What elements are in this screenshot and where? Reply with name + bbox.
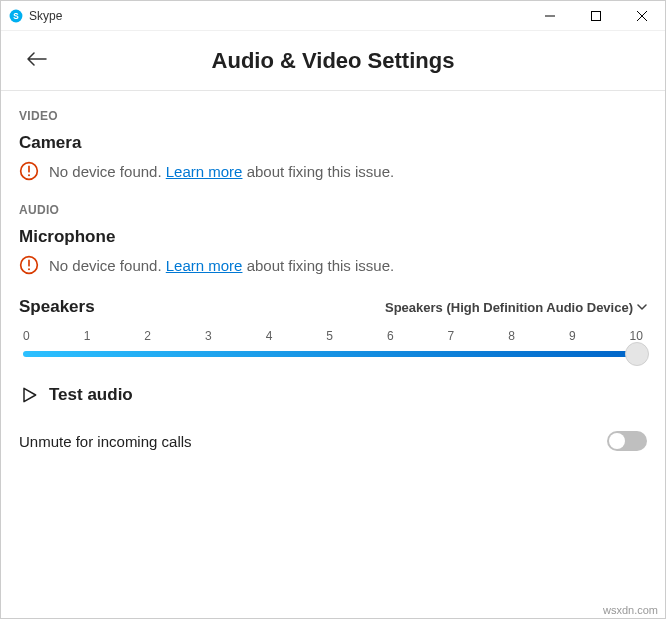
volume-ticks: 012345678910	[23, 329, 643, 343]
test-audio-button[interactable]: Test audio	[19, 385, 647, 405]
play-icon	[19, 385, 39, 405]
error-icon	[19, 161, 39, 181]
toggle-knob	[609, 433, 625, 449]
volume-slider-thumb[interactable]	[625, 342, 649, 366]
error-pre: No device found.	[49, 257, 166, 274]
speakers-label: Speakers	[19, 297, 95, 317]
volume-tick: 0	[23, 329, 30, 343]
error-post: about fixing this issue.	[242, 163, 394, 180]
volume-tick: 3	[205, 329, 212, 343]
chevron-down-icon	[637, 302, 647, 312]
volume-tick: 8	[508, 329, 515, 343]
error-pre: No device found.	[49, 163, 166, 180]
camera-heading: Camera	[19, 133, 647, 153]
volume-tick: 9	[569, 329, 576, 343]
volume-tick: 1	[84, 329, 91, 343]
microphone-heading: Microphone	[19, 227, 647, 247]
volume-slider[interactable]	[23, 351, 643, 357]
minimize-button[interactable]	[527, 1, 573, 31]
video-section-label: VIDEO	[19, 109, 647, 123]
volume-tick: 10	[630, 329, 643, 343]
window-titlebar: S Skype	[1, 1, 665, 31]
close-button[interactable]	[619, 1, 665, 31]
volume-slider-wrap: 012345678910	[19, 329, 647, 357]
speakers-selected: Speakers (High Definition Audio Device)	[385, 300, 633, 315]
microphone-error-row: No device found. Learn more about fixing…	[19, 255, 647, 275]
maximize-button[interactable]	[573, 1, 619, 31]
speakers-row: Speakers Speakers (High Definition Audio…	[19, 297, 647, 317]
svg-rect-3	[592, 11, 601, 20]
volume-tick: 5	[326, 329, 333, 343]
volume-tick: 7	[448, 329, 455, 343]
microphone-learn-more-link[interactable]: Learn more	[166, 257, 243, 274]
app-title: Skype	[29, 9, 62, 23]
footer-watermark: wsxdn.com	[603, 604, 658, 616]
svg-point-8	[28, 174, 30, 176]
volume-tick: 4	[266, 329, 273, 343]
microphone-error-text: No device found. Learn more about fixing…	[49, 257, 394, 274]
error-icon	[19, 255, 39, 275]
svg-point-11	[28, 268, 30, 270]
settings-header: Audio & Video Settings	[1, 31, 665, 91]
titlebar-left: S Skype	[9, 9, 62, 23]
unmute-label: Unmute for incoming calls	[19, 433, 192, 450]
window-controls	[527, 1, 665, 31]
test-audio-label: Test audio	[49, 385, 133, 405]
page-title: Audio & Video Settings	[1, 48, 665, 74]
back-button[interactable]	[19, 44, 55, 78]
unmute-row: Unmute for incoming calls	[19, 431, 647, 451]
error-post: about fixing this issue.	[242, 257, 394, 274]
camera-learn-more-link[interactable]: Learn more	[166, 163, 243, 180]
camera-error-text: No device found. Learn more about fixing…	[49, 163, 394, 180]
volume-tick: 2	[144, 329, 151, 343]
audio-section-label: AUDIO	[19, 203, 647, 217]
camera-error-row: No device found. Learn more about fixing…	[19, 161, 647, 181]
settings-content: VIDEO Camera No device found. Learn more…	[1, 91, 665, 469]
svg-text:S: S	[13, 11, 19, 20]
arrow-left-icon	[27, 52, 47, 66]
skype-icon: S	[9, 9, 23, 23]
speakers-device-select[interactable]: Speakers (High Definition Audio Device)	[385, 300, 647, 315]
volume-tick: 6	[387, 329, 394, 343]
unmute-toggle[interactable]	[607, 431, 647, 451]
